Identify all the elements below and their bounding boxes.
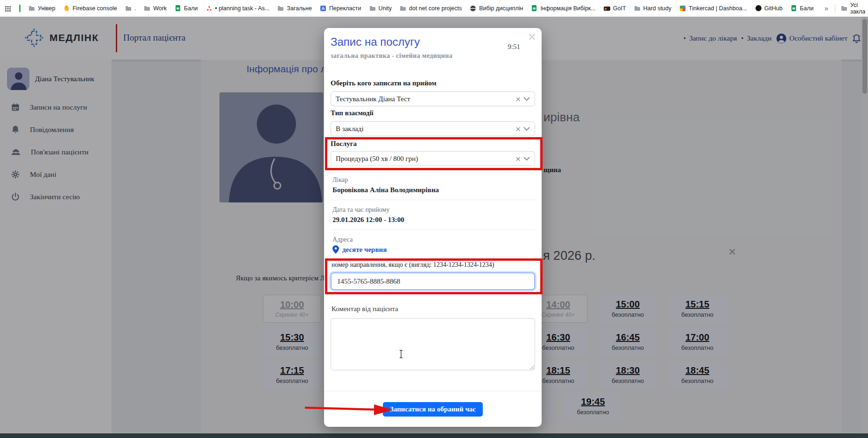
bookmarks-right: » Усі закладки (824, 2, 865, 15)
bookmark-item[interactable]: Бали (790, 5, 813, 12)
interaction-label: Тип взаємодії (331, 109, 374, 117)
goit-icon (604, 5, 610, 12)
bookmark-item[interactable]: dot net core projects (400, 5, 462, 12)
chevron-down-icon[interactable] (523, 97, 530, 101)
bookmark-item[interactable]: Бали (175, 5, 198, 12)
folder-icon (125, 5, 132, 12)
interaction-select[interactable]: В закладі × (331, 121, 535, 136)
modal-close-icon[interactable]: × (528, 29, 536, 45)
comment-label: Коментар від пацієнта (332, 305, 398, 313)
appointment-info: Лікар Боровікова Аліна Володимирівна Дат… (331, 170, 535, 258)
bookmark-item[interactable]: GitHub (755, 5, 783, 12)
bookmark-item[interactable]: GoIT (604, 5, 626, 12)
apps-grid-icon[interactable] (5, 5, 11, 12)
folder-icon (28, 5, 35, 12)
chevron-down-icon[interactable] (523, 157, 530, 161)
sheets-icon (531, 5, 537, 12)
chevron-down-icon[interactable] (523, 127, 530, 131)
folder-icon (369, 5, 376, 12)
github-icon (755, 5, 762, 12)
modal-subtitle: загальна практика - сімейна медицина (331, 52, 452, 60)
patient-comment-textarea[interactable] (331, 318, 535, 370)
bookmark-item[interactable]: Tinkercad | Dashboa... (679, 5, 747, 12)
translate-icon (320, 5, 326, 12)
address-info-row: Адреса десяте червня (331, 230, 535, 258)
who-label: Оберіть кого записати на прийом (331, 79, 437, 87)
sheets-icon (175, 5, 181, 12)
referral-label: номер направлення, якщо є (вигляд: 1234-… (332, 261, 494, 269)
firebase-icon (63, 5, 70, 12)
clear-icon[interactable]: × (513, 154, 523, 163)
modal-title: Запис на послугу (331, 35, 420, 49)
bookmark-item[interactable]: . (125, 5, 136, 12)
tinkercad-icon (679, 5, 686, 12)
booking-modal: Запис на послугу 9:51 × загальна практик… (324, 28, 542, 427)
clear-icon[interactable]: × (513, 125, 523, 133)
bookmark-item[interactable]: Загальне (277, 5, 311, 12)
map-pin-icon (332, 245, 339, 254)
bookmark-item[interactable]: Вибір дисциплін (470, 5, 523, 12)
service-select[interactable]: Процедура (50 хв / 800 грн) × (331, 151, 535, 166)
folder-icon (634, 5, 641, 12)
folder-icon (400, 5, 406, 12)
bookmark-item[interactable]: Інформація Вибірк... (531, 5, 595, 12)
datetime-info-row: Дата та час прийому 29.01.2026 12:00 - 1… (331, 200, 535, 230)
address-link[interactable]: десяте червня (332, 245, 533, 254)
all-bookmarks-button[interactable]: Усі закладки (841, 2, 865, 15)
doctor-info-row: Лікар Боровікова Аліна Володимирівна (331, 170, 535, 200)
referral-number-input[interactable] (331, 272, 535, 290)
bookmark-item[interactable]: • planning task - As... (206, 5, 270, 12)
modal-clock: 9:51 (508, 43, 520, 51)
bookmark-item[interactable]: Перекласти (320, 5, 361, 12)
bookmarks-overflow-chevron[interactable]: » (824, 4, 829, 12)
folder-icon (841, 5, 847, 12)
service-label: Послуга (331, 140, 357, 148)
globe-icon (470, 5, 476, 12)
asana-icon (206, 5, 212, 12)
browser-bookmarks-bar: УніверFirebase console.WorkБали• plannin… (0, 0, 868, 17)
patient-select[interactable]: Тестувальник Діана Тест × (331, 91, 535, 106)
bookmark-item[interactable]: Unity (369, 5, 392, 12)
bookmark-item[interactable]: Firebase console (63, 5, 117, 12)
folder-icon (144, 5, 150, 12)
bookmark-item[interactable]: Work (144, 5, 167, 12)
sheets-icon (790, 5, 797, 12)
bookmarks-divider (835, 4, 835, 13)
bookmarks-strip: УніверFirebase console.WorkБали• plannin… (5, 5, 824, 12)
submit-booking-button[interactable]: Записатися на обраний час (383, 402, 483, 417)
clear-icon[interactable]: × (513, 95, 523, 104)
folder-icon (277, 5, 284, 12)
pinned-tab-divider (19, 5, 21, 12)
bookmarks-list: УніверFirebase console.WorkБали• plannin… (28, 5, 813, 12)
bookmark-item[interactable]: Hard study (634, 5, 671, 12)
screen: УніверFirebase console.WorkБали• plannin… (0, 0, 868, 438)
text-cursor-icon (399, 350, 403, 358)
modal-footer-divider (324, 391, 542, 391)
bookmark-item[interactable]: Універ (28, 5, 55, 12)
taskbar-edge (0, 433, 868, 438)
